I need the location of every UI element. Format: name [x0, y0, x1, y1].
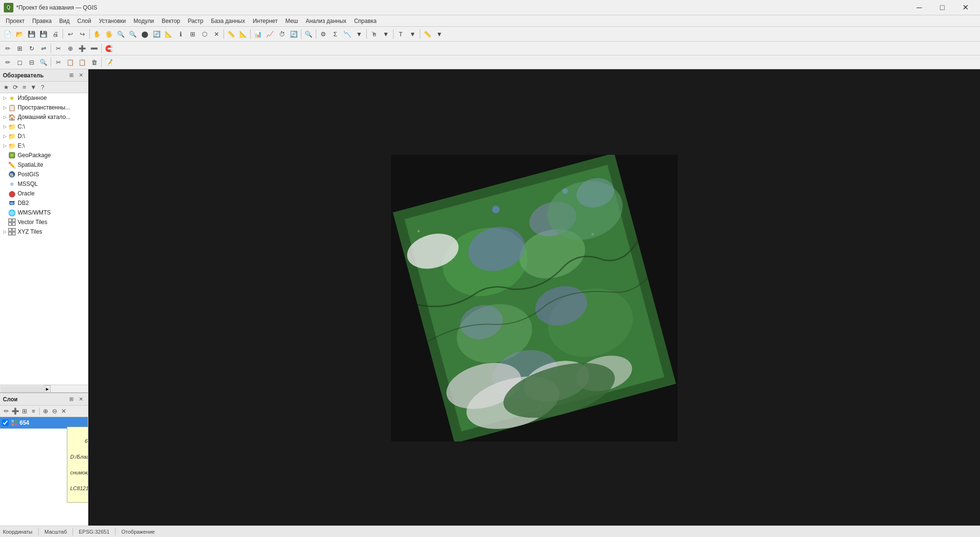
browser-expand-btn[interactable]: ▼: [29, 83, 38, 92]
open-attr-table-btn[interactable]: 📊: [252, 28, 264, 40]
layers-close-btn[interactable]: ✕: [76, 395, 85, 404]
menu-item----[interactable]: Вид: [55, 17, 74, 25]
open-attr-btn[interactable]: ✏: [2, 407, 11, 416]
identify-btn[interactable]: ℹ: [175, 28, 186, 40]
minimize-button[interactable]: ─: [908, 0, 930, 15]
layer-item-654[interactable]: 654: [0, 417, 88, 429]
tree-item-geopackage[interactable]: ▷ GeoPackage: [0, 150, 88, 160]
deselect-btn[interactable]: ✕: [211, 28, 222, 40]
tree-item-spatial[interactable]: ▷ 📋 Пространственны...: [0, 103, 88, 112]
collapse-groups-btn[interactable]: ⊖: [50, 407, 59, 416]
text-dropdown-btn[interactable]: ▼: [407, 28, 418, 40]
browser-collapse-btn[interactable]: ⟳: [11, 83, 20, 92]
maximize-button[interactable]: □: [931, 0, 953, 15]
copy-btn[interactable]: 📋: [64, 56, 76, 68]
browser-refresh-btn[interactable]: ★: [2, 83, 11, 92]
zoom-selection-btn[interactable]: 📐: [163, 28, 174, 40]
select-all-btn[interactable]: ◻: [14, 56, 25, 68]
save-project-btn[interactable]: 💾: [26, 28, 37, 40]
save-as-btn[interactable]: 💾: [38, 28, 49, 40]
settings-btn[interactable]: ⚙: [318, 28, 329, 40]
open-project-btn[interactable]: 📂: [14, 28, 25, 40]
pan-btn[interactable]: ✋: [91, 28, 103, 40]
menu-item------------[interactable]: База данных: [207, 17, 249, 25]
cursor-dropdown-btn[interactable]: ▼: [380, 28, 392, 40]
measure-btn[interactable]: 📏: [225, 28, 237, 40]
tree-item-drive-d[interactable]: ▷ 📁 D:\: [0, 131, 88, 141]
undo-btn[interactable]: ↩: [64, 28, 76, 40]
expand-groups-btn[interactable]: ⊕: [41, 407, 50, 416]
browser-filter-btn[interactable]: ≡: [20, 83, 29, 92]
split-btn[interactable]: ✂: [53, 43, 64, 54]
zoom-out-btn[interactable]: 🔍: [127, 28, 138, 40]
layers-float-btn[interactable]: ⊞: [67, 395, 75, 404]
measure-area-btn[interactable]: 📐: [237, 28, 249, 40]
redo-btn[interactable]: ↪: [76, 28, 88, 40]
menu-item--------[interactable]: Справка: [350, 17, 380, 25]
rotate-btn[interactable]: ↻: [26, 43, 37, 54]
add-layer-btn[interactable]: ➕: [11, 407, 20, 416]
browser-help-btn[interactable]: ?: [38, 83, 47, 92]
tree-item-vector-tiles[interactable]: ▷ Vector Tiles: [0, 217, 88, 227]
zoom-in-btn[interactable]: 🔍: [115, 28, 127, 40]
tree-item-drive-c[interactable]: ▷ 📁 C:\: [0, 122, 88, 131]
menu-item--------------[interactable]: Анализ данных: [302, 17, 350, 25]
zoom-full-btn[interactable]: ⬤: [139, 28, 150, 40]
cut-btn[interactable]: ✂: [53, 56, 64, 68]
tree-item-postgis[interactable]: ▷ 🐘 PostGIS: [0, 170, 88, 179]
menu-item-------[interactable]: Модули: [129, 17, 158, 25]
open-stats-btn[interactable]: 📈: [264, 28, 276, 40]
menu-item----[interactable]: Меш: [282, 17, 302, 25]
new-project-btn[interactable]: 📄: [2, 28, 13, 40]
search-btn[interactable]: 🔍: [303, 28, 314, 40]
pan-map-btn[interactable]: 🖐: [103, 28, 115, 40]
menu-item------[interactable]: Растр: [184, 17, 207, 25]
zoom-layer-btn[interactable]: 🔄: [151, 28, 162, 40]
tree-item-home[interactable]: ▷ 🏠 Домашний катало...: [0, 112, 88, 122]
layer-settings-btn[interactable]: ≡: [29, 407, 38, 416]
digitize-btn[interactable]: ✏: [2, 43, 13, 54]
timer-btn[interactable]: ⏱: [276, 28, 288, 40]
zoom-sel-btn[interactable]: 🔍: [38, 56, 49, 68]
delete-part-btn[interactable]: ➖: [88, 43, 100, 54]
menu-item-------[interactable]: Правка: [29, 17, 56, 25]
tree-item-spatialite[interactable]: ▷ ✏️ SpatiaLite: [0, 160, 88, 170]
invert-sel-btn[interactable]: ⊟: [26, 56, 37, 68]
print-btn[interactable]: 🖨: [50, 28, 61, 40]
menu-item----------[interactable]: Установки: [95, 17, 129, 25]
select-rect-btn[interactable]: ⊞: [187, 28, 198, 40]
layer-654-checkbox[interactable]: [2, 419, 9, 426]
offset-btn[interactable]: ⇌: [38, 43, 49, 54]
select-polygon-btn[interactable]: ⬡: [199, 28, 210, 40]
tree-item-wms[interactable]: ▷ 🌐 WMS/WMTS: [0, 208, 88, 217]
forms-btn[interactable]: 📝: [103, 56, 115, 68]
tree-item-db2[interactable]: ▷ DB2 DB2: [0, 198, 88, 208]
tree-item-oracle[interactable]: ▷ ⬤ Oracle: [0, 189, 88, 198]
scroll-right-btn[interactable]: ▶: [44, 385, 51, 393]
text-btn[interactable]: T: [395, 28, 406, 40]
delete-btn[interactable]: 🗑: [88, 56, 100, 68]
stats-btn[interactable]: Σ: [330, 28, 341, 40]
menu-item-------[interactable]: Проект: [2, 17, 29, 25]
merge-btn[interactable]: ⊕: [64, 43, 76, 54]
chart-dropdown-btn[interactable]: ▼: [353, 28, 365, 40]
browser-float-btn[interactable]: ⊞: [67, 71, 75, 80]
ruler-dropdown-btn[interactable]: ▼: [434, 28, 445, 40]
ruler-btn[interactable]: 📏: [422, 28, 433, 40]
menu-item---------[interactable]: Интернет: [249, 17, 281, 25]
cursor-btn[interactable]: 🖱: [368, 28, 380, 40]
tree-item-xyz-tiles[interactable]: ▷ XYZ Tiles: [0, 227, 88, 236]
tree-item-favorites[interactable]: ▷ ★ Избранное: [0, 93, 88, 103]
refresh-btn[interactable]: 🔄: [288, 28, 299, 40]
map-area[interactable]: [88, 69, 980, 527]
layer-filter-btn[interactable]: ⊞: [20, 407, 29, 416]
browser-close-btn[interactable]: ✕: [76, 71, 85, 80]
tree-item-drive-e[interactable]: ▷ 📁 E:\: [0, 141, 88, 150]
chart-btn[interactable]: 📉: [341, 28, 353, 40]
close-button[interactable]: ✕: [954, 0, 976, 15]
remove-layer-btn[interactable]: ✕: [59, 407, 68, 416]
node-tool-btn[interactable]: ⊞: [14, 43, 25, 54]
menu-item-------[interactable]: Вектор: [158, 17, 184, 25]
add-part-btn[interactable]: ➕: [76, 43, 88, 54]
tree-item-mssql[interactable]: ▷ ≡ MSSQL: [0, 179, 88, 189]
